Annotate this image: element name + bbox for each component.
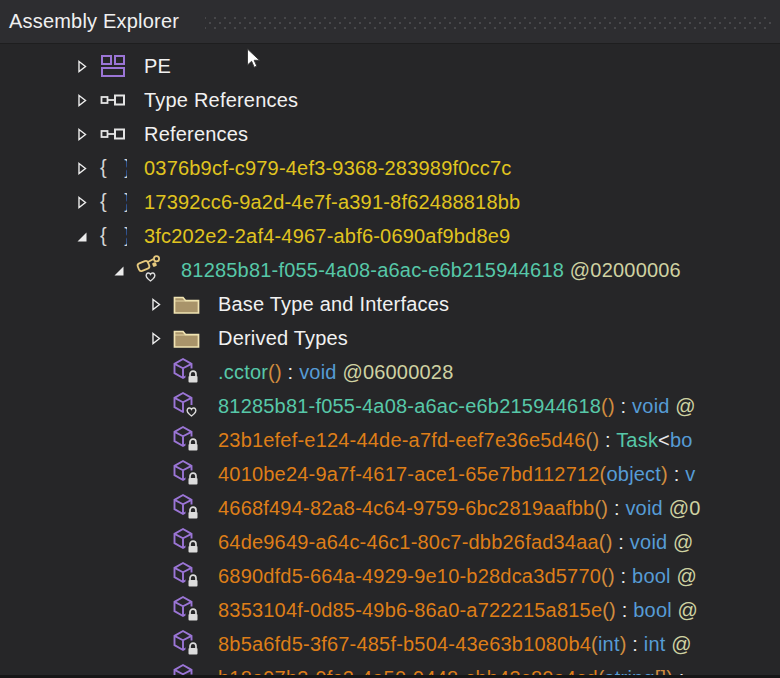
label-segment: () bbox=[601, 395, 615, 417]
tree-row[interactable]: 6890dfd5-664a-4929-9e10-b28dca3d5770() :… bbox=[0, 559, 780, 593]
method-lock-icon-slot bbox=[172, 596, 202, 624]
label-segment: 0376b9cf-c979-4ef3-9368-283989f0cc7c bbox=[144, 157, 511, 179]
expander-spacer bbox=[148, 602, 172, 619]
expander-spacer bbox=[148, 500, 172, 517]
label-segment: 23b1efef-e124-44de-a7fd-eef7e36e5d46 bbox=[218, 429, 586, 451]
tree-row[interactable]: 4668f494-82a8-4c64-9759-6bc2819aafbb() :… bbox=[0, 491, 780, 525]
drag-grip[interactable] bbox=[205, 17, 772, 30]
panel-title: Assembly Explorer bbox=[9, 10, 179, 33]
class-icon bbox=[135, 255, 165, 285]
tree-row[interactable]: Type References bbox=[0, 83, 780, 117]
mouse-cursor-icon bbox=[246, 48, 262, 70]
label-segment: : bbox=[282, 361, 299, 383]
tree-item-label: Base Type and Interfaces bbox=[218, 293, 449, 316]
chevron-right-icon bbox=[74, 126, 90, 143]
label-segment: @0 bbox=[663, 497, 701, 519]
expander-expanded[interactable] bbox=[74, 228, 98, 245]
label-segment: Derived Types bbox=[218, 327, 348, 349]
tree-item-label: 0376b9cf-c979-4ef3-9368-283989f0cc7c bbox=[144, 157, 511, 180]
tree-row[interactable]: 81285b81-f055-4a08-a6ac-e6b215944618() :… bbox=[0, 389, 780, 423]
tree-row[interactable]: .cctor() : void @06000028 bbox=[0, 355, 780, 389]
label-segment: 4668f494-82a8-4c64-9759-6bc2819aafbb bbox=[218, 497, 594, 519]
reference-icon-slot bbox=[98, 86, 128, 114]
chevron-right-icon bbox=[148, 296, 164, 313]
method-icon bbox=[172, 595, 202, 625]
expander-expanded[interactable] bbox=[111, 262, 135, 279]
lock-badge-icon bbox=[186, 471, 201, 487]
expander-collapsed[interactable] bbox=[74, 160, 98, 177]
label-segment: Base Type and Interfaces bbox=[218, 293, 449, 315]
chevron-right-icon bbox=[74, 58, 90, 75]
chevron-right-icon bbox=[148, 330, 164, 347]
expander-collapsed[interactable] bbox=[74, 126, 98, 143]
label-segment: @06000028 bbox=[337, 361, 454, 383]
folder-icon-slot bbox=[172, 324, 202, 352]
tree-row[interactable]: Derived Types bbox=[0, 321, 780, 355]
tree-item-label: Type References bbox=[144, 89, 298, 112]
expander-collapsed[interactable] bbox=[74, 92, 98, 109]
class-heart-icon-slot bbox=[135, 256, 165, 284]
lock-badge-icon bbox=[186, 641, 201, 657]
label-segment: References bbox=[144, 123, 248, 145]
label-segment: void bbox=[625, 497, 663, 519]
chevron-right-icon bbox=[74, 92, 90, 109]
method-lock-icon-slot bbox=[172, 426, 202, 454]
tree-item-label: 81285b81-f055-4a08-a6ac-e6b215944618 @02… bbox=[181, 259, 681, 282]
expander-collapsed[interactable] bbox=[74, 194, 98, 211]
tree-row[interactable]: References bbox=[0, 117, 780, 151]
label-segment: 8b5a6fd5-3f67-485f-b504-43e63b1080b4 bbox=[218, 633, 591, 655]
chevron-expanded-icon bbox=[74, 228, 90, 245]
expander-spacer bbox=[148, 398, 172, 415]
label-segment: object bbox=[606, 463, 661, 485]
label-segment: () bbox=[599, 531, 613, 553]
tree-item-label: 3fc202e2-2af4-4967-abf6-0690af9bd8e9 bbox=[144, 225, 510, 248]
tree-row[interactable]: { } 0376b9cf-c979-4ef3-9368-283989f0cc7c bbox=[0, 151, 780, 185]
tree-row[interactable]: 8353104f-0d85-49b6-86a0-a722215a815e() :… bbox=[0, 593, 780, 627]
tree-row[interactable]: { } 17392cc6-9a2d-4e7f-a391-8f62488818bb bbox=[0, 185, 780, 219]
label-segment: : bbox=[599, 429, 616, 451]
tree-item-label: 6890dfd5-664a-4929-9e10-b28dca3d5770() :… bbox=[218, 565, 697, 588]
expander-collapsed[interactable] bbox=[148, 296, 172, 313]
pe-module-icon bbox=[100, 54, 126, 78]
label-segment: : bbox=[616, 599, 633, 621]
tree-item-label: 4668f494-82a8-4c64-9759-6bc2819aafbb() :… bbox=[218, 497, 701, 520]
tree-row[interactable]: 4010be24-9a7f-4617-ace1-65e7bd112712(obj… bbox=[0, 457, 780, 491]
tree-row[interactable]: Base Type and Interfaces bbox=[0, 287, 780, 321]
label-segment: ) bbox=[661, 463, 668, 485]
expander-spacer bbox=[148, 636, 172, 653]
method-lock-icon-slot bbox=[172, 528, 202, 556]
method-icon bbox=[172, 527, 202, 557]
method-heart-icon-slot bbox=[172, 392, 202, 420]
tree-row[interactable]: 8b5a6fd5-3f67-485f-b504-43e63b1080b4(int… bbox=[0, 627, 780, 661]
label-segment: @02000006 bbox=[564, 259, 681, 281]
label-segment: bool bbox=[633, 599, 672, 621]
label-segment: void bbox=[630, 531, 668, 553]
tree-row[interactable]: 64de9649-a64c-46c1-80c7-dbb26fad34aa() :… bbox=[0, 525, 780, 559]
label-segment: 6890dfd5-664a-4929-9e10-b28dca3d5770 bbox=[218, 565, 601, 587]
lock-badge-icon bbox=[186, 437, 201, 453]
method-icon bbox=[172, 561, 202, 591]
tree-row[interactable]: 81285b81-f055-4a08-a6ac-e6b215944618 @02… bbox=[0, 253, 780, 287]
tree-row[interactable]: { } 3fc202e2-2af4-4967-abf6-0690af9bd8e9 bbox=[0, 219, 780, 253]
label-segment: @ bbox=[666, 633, 692, 655]
tree-row[interactable]: 23b1efef-e124-44de-a7fd-eef7e36e5d46() :… bbox=[0, 423, 780, 457]
assembly-explorer-panel: Assembly Explorer PE Type References Ref… bbox=[0, 0, 780, 678]
expander-collapsed[interactable] bbox=[148, 330, 172, 347]
tree-item-label: References bbox=[144, 123, 248, 146]
label-segment: @ bbox=[667, 531, 693, 553]
method-lock-icon-slot bbox=[172, 460, 202, 488]
tree-item-label: 64de9649-a64c-46c1-80c7-dbb26fad34aa() :… bbox=[218, 531, 694, 554]
expander-collapsed[interactable] bbox=[74, 58, 98, 75]
folder-icon bbox=[173, 328, 201, 349]
expander-spacer bbox=[148, 432, 172, 449]
assembly-tree: PE Type References References { } 0376b9… bbox=[0, 44, 780, 678]
method-lock-icon-slot bbox=[172, 358, 202, 386]
folder-icon-slot bbox=[172, 290, 202, 318]
tree-item-label: 81285b81-f055-4a08-a6ac-e6b215944618() :… bbox=[218, 395, 696, 418]
tree-row[interactable]: PE bbox=[0, 49, 780, 83]
label-segment: bo bbox=[670, 429, 693, 451]
expander-spacer bbox=[148, 534, 172, 551]
namespace-icon-slot: { } bbox=[98, 222, 128, 250]
namespace-braces-icon: { } bbox=[99, 156, 127, 180]
label-segment: : bbox=[627, 633, 644, 655]
